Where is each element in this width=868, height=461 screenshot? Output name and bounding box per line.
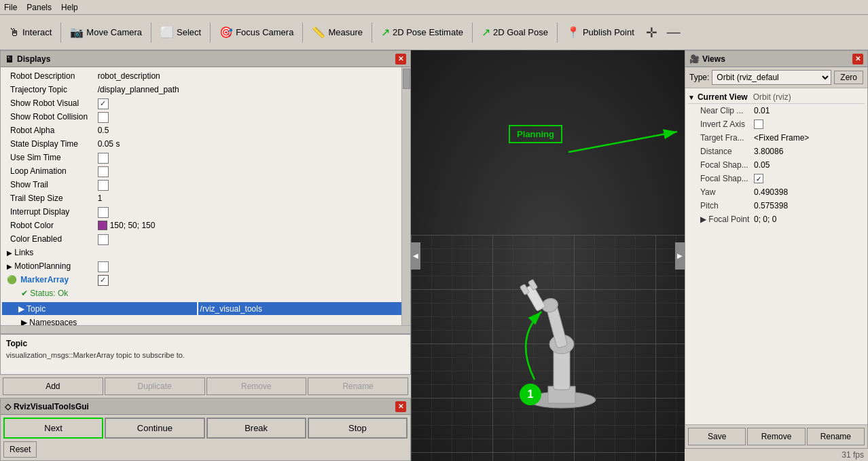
- next-button[interactable]: Next: [3, 418, 103, 439]
- goal-pose-button[interactable]: ↗ 2D Goal Pose: [475, 19, 554, 46]
- motion-planning-checkbox[interactable]: [98, 261, 109, 272]
- current-view-expand-icon[interactable]: ▼: [688, 94, 695, 101]
- continue-button[interactable]: Continue: [105, 418, 204, 439]
- views-remove-button[interactable]: Remove: [747, 428, 805, 445]
- rviz-tools-close-button[interactable]: ✕: [395, 401, 406, 412]
- select-button[interactable]: ⬜ Select: [154, 19, 207, 46]
- display-row-namespaces[interactable]: ▶ Namespaces: [2, 316, 197, 325]
- menu-panels[interactable]: Panels: [26, 3, 52, 12]
- collapse-left-button[interactable]: ◀: [411, 242, 420, 270]
- interrupt-checkbox[interactable]: [98, 207, 109, 218]
- display-row-topic[interactable]: ▶ Topic /rviz_visual_tools: [2, 302, 409, 315]
- displays-close-button[interactable]: ✕: [395, 54, 406, 64]
- stop-button[interactable]: Stop: [308, 418, 408, 439]
- view-prop-target-frame[interactable]: Target Fra... <Fixed Frame>: [688, 131, 865, 145]
- views-save-button[interactable]: Save: [688, 428, 746, 445]
- add-button[interactable]: Add: [3, 377, 103, 395]
- publish-point-button[interactable]: 📍 Publish Point: [560, 19, 640, 46]
- view-prop-yaw[interactable]: Yaw 0.490398: [688, 185, 865, 199]
- view-prop-value-near-clip: 0.01: [754, 106, 863, 115]
- view-prop-label-near-clip: Near Clip ...: [689, 106, 754, 115]
- display-value-topic: /rviz_visual_tools: [198, 302, 409, 315]
- view-prop-label-pitch: Pitch: [689, 201, 754, 210]
- display-row-interrupt[interactable]: Interrupt Display: [2, 206, 197, 219]
- view-prop-near-clip[interactable]: Near Clip ... 0.01: [688, 104, 865, 117]
- display-row-motion-planning[interactable]: ▶ MotionPlanning: [2, 260, 197, 274]
- svg-line-3: [568, 132, 677, 152]
- rename-button[interactable]: Rename: [308, 377, 408, 395]
- display-row-traj-topic[interactable]: Trajectory Topic /display_planned_path: [2, 84, 197, 97]
- toolbar-sep-1: [60, 22, 61, 43]
- fps-label: 31 fps: [685, 449, 868, 461]
- display-value-show-collision: [96, 111, 194, 124]
- display-scrollbar[interactable]: [401, 67, 410, 325]
- display-label-status: ✔ Status: Ok: [5, 288, 96, 301]
- view-prop-focal-point[interactable]: ▶ Focal Point 0; 0; 0: [688, 213, 865, 226]
- measure-button[interactable]: 📏 Measure: [306, 19, 369, 46]
- planning-arrow-svg: [562, 118, 685, 172]
- sim-time-checkbox[interactable]: [98, 153, 109, 164]
- view-prop-distance[interactable]: Distance 3.80086: [688, 145, 865, 158]
- marker-array-checkbox[interactable]: [98, 275, 109, 286]
- reset-button[interactable]: Reset: [3, 441, 37, 458]
- collapse-right-button[interactable]: ▶: [675, 242, 685, 270]
- duplicate-button[interactable]: Duplicate: [105, 377, 205, 395]
- views-content: ▼ Current View Orbit (rviz) Near Clip ..…: [685, 88, 867, 424]
- show-collision-checkbox[interactable]: [98, 112, 109, 123]
- display-row-show-visual[interactable]: Show Robot Visual: [2, 97, 197, 111]
- display-row-links[interactable]: ▶ Links: [2, 246, 197, 260]
- loop-anim-checkbox[interactable]: [98, 166, 109, 177]
- remove-tool-button[interactable]: —: [663, 24, 685, 40]
- color-enabled-checkbox[interactable]: [98, 234, 109, 245]
- display-row-sim-time[interactable]: Use Sim Time: [2, 151, 197, 165]
- display-row-robot-desc[interactable]: Robot Description robot_description: [2, 70, 197, 84]
- menu-help[interactable]: Help: [61, 3, 78, 12]
- motion-planning-expand-icon[interactable]: ▶: [7, 263, 12, 270]
- menu-file[interactable]: File: [4, 3, 17, 12]
- focal-shape-checkbox[interactable]: [754, 174, 763, 183]
- display-row-show-trail[interactable]: Show Trail: [2, 179, 197, 192]
- views-rename-button[interactable]: Rename: [807, 428, 865, 445]
- display-row-color-enabled[interactable]: Color Enabled: [2, 233, 197, 246]
- view-prop-focal-shape-2[interactable]: Focal Shap...: [688, 172, 865, 185]
- interact-button[interactable]: 🖱 Interact: [3, 19, 58, 46]
- rviz-tools-icon: ◇: [5, 402, 11, 411]
- view-prop-invert-z[interactable]: Invert Z Axis: [688, 117, 865, 131]
- display-row-trail-step[interactable]: Trail Step Size 1: [2, 192, 197, 206]
- view-prop-focal-shape-1[interactable]: Focal Shap... 0.05: [688, 158, 865, 172]
- view-prop-pitch[interactable]: Pitch 0.575398: [688, 199, 865, 213]
- pose-estimate-button[interactable]: ↗ 2D Pose Estimate: [375, 19, 469, 46]
- focal-point-expand-icon[interactable]: ▶: [700, 215, 706, 224]
- display-row-state-time[interactable]: State Display Time 0.05 s: [2, 138, 197, 151]
- display-row-loop-anim[interactable]: Loop Animation: [2, 165, 197, 179]
- display-hscroll: [1, 325, 410, 333]
- display-value-links: [96, 247, 194, 260]
- views-zero-button[interactable]: Zero: [834, 71, 863, 84]
- rviz-tools-title: ◇ RvizVisualToolsGui: [5, 402, 89, 411]
- annotation-circle-1: 1: [520, 384, 541, 405]
- view-prop-value-target-frame: <Fixed Frame>: [754, 133, 863, 143]
- links-expand-icon[interactable]: ▶: [7, 249, 12, 257]
- show-visual-checkbox[interactable]: [98, 98, 109, 109]
- add-tool-button[interactable]: ✛: [642, 24, 662, 41]
- right-panel: 🎥 Views ✕ Type: Orbit (rviz_defaul Zero …: [685, 50, 868, 461]
- views-type-select[interactable]: Orbit (rviz_defaul: [712, 70, 831, 85]
- invert-z-checkbox[interactable]: [754, 119, 763, 129]
- views-type-label: Type:: [689, 73, 709, 82]
- move-camera-button[interactable]: 📷 Move Camera: [64, 19, 148, 46]
- display-row-robot-color[interactable]: Robot Color 150; 50; 150: [2, 219, 197, 233]
- break-button[interactable]: Break: [206, 418, 306, 439]
- focus-camera-button[interactable]: 🎯 Focus Camera: [213, 19, 300, 46]
- display-value-motion-planning: [96, 261, 194, 274]
- views-close-button[interactable]: ✕: [852, 54, 863, 64]
- remove-button[interactable]: Remove: [206, 377, 307, 395]
- display-row-robot-alpha[interactable]: Robot Alpha 0.5: [2, 124, 197, 138]
- show-trail-checkbox[interactable]: [98, 180, 109, 191]
- view-prop-label-target-frame: Target Fra...: [689, 133, 754, 143]
- views-bottom-buttons: Save Remove Rename: [685, 424, 867, 448]
- display-row-status[interactable]: ✔ Status: Ok: [2, 287, 197, 301]
- display-row-marker-array[interactable]: 🟢 MarkerArray: [2, 274, 197, 287]
- display-value-trail-step: 1: [96, 193, 194, 206]
- center-3d-view[interactable]: ◀ ▶ Planning: [411, 50, 685, 461]
- display-row-show-collision[interactable]: Show Robot Collision: [2, 111, 197, 124]
